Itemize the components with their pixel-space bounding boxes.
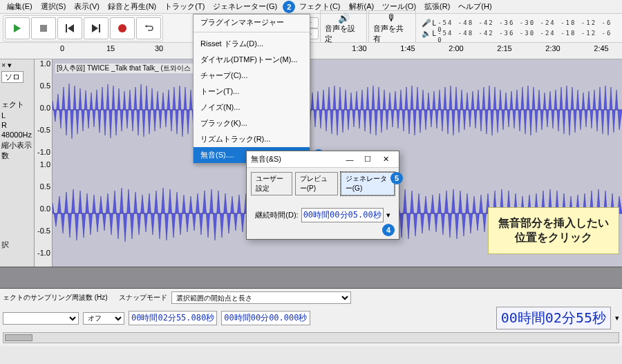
time-ruler[interactable]: 0 15 30 1:30 1:45 2:00 2:15 2:30 2:45 — [0, 43, 622, 59]
menu-dtmf[interactable]: ダイヤル(DTMF)トーン(M)... — [194, 52, 310, 68]
channel-l: L — [1, 111, 32, 119]
snap-label: スナップモード — [119, 293, 167, 303]
generator-popup-menu: プラグインマネージャー Risset ドラム(D)... ダイヤル(DTMF)ト… — [193, 14, 310, 164]
menu-tone[interactable]: トーン(T)... — [194, 84, 310, 99]
scrollbar-thumb[interactable] — [5, 334, 32, 341]
track-gap — [0, 267, 622, 289]
ruler-tick: 0 — [60, 44, 64, 52]
selection-start[interactable]: 00時間02分55.080秒 — [129, 311, 217, 325]
menu-pluck[interactable]: ブラック(K)... — [194, 115, 310, 131]
select-label: 択 — [1, 240, 32, 250]
clip-title[interactable]: [9人추回] TWICE _Talk that Talk_ (트와이스 S) — [55, 64, 201, 73]
close-button[interactable]: ✕ — [377, 153, 395, 166]
track-option: 縮小表示数 — [1, 140, 32, 161]
duration-input[interactable]: 00時間00分05.00秒 — [301, 208, 384, 222]
maximize-button[interactable]: ☐ — [359, 153, 377, 166]
sample-rate: 48000Hz — [1, 131, 32, 139]
preset-button[interactable]: ユーザー設定 — [251, 172, 292, 195]
menu-help[interactable]: ヘルプ(H) — [454, 0, 496, 13]
menu-risset-drum[interactable]: Risset ドラム(D)... — [194, 36, 310, 52]
menu-extra[interactable]: 拡張(R) — [420, 0, 454, 13]
menu-generate[interactable]: ジェネレーター(G) — [209, 0, 281, 13]
duration-label: 継続時間(D): — [255, 210, 298, 220]
menu-plugin-manager[interactable]: プラグインマネージャー — [194, 15, 310, 30]
vaxis-tick: 0.0 — [36, 204, 50, 213]
skip-start-button[interactable] — [57, 17, 82, 39]
skip-end-button[interactable] — [84, 17, 109, 39]
waveform-left — [53, 59, 622, 160]
selection-length[interactable]: 00時間00分00.000秒 — [221, 311, 310, 325]
snap-select[interactable]: オフ — [83, 312, 124, 325]
ruler-tick: 2:45 — [594, 44, 608, 52]
vertical-axis: 1.0 0.5 0.0 -0.5 -1.0 1.0 0.5 0.0 -0.5 -… — [35, 59, 53, 267]
step-badge-4: 4 — [382, 224, 395, 236]
vaxis-tick: -1.0 — [36, 249, 50, 257]
record-meter[interactable]: -54 -48 -42 -36 -30 -24 -18 -12 -6 0 — [437, 19, 619, 26]
audio-settings-button[interactable]: 🔊 音声を設定 — [320, 10, 367, 46]
vaxis-tick: 0.5 — [36, 182, 50, 191]
menu-select[interactable]: 選択(S) — [37, 0, 70, 13]
svg-rect-1 — [40, 25, 47, 32]
menu-transport[interactable]: 録音と再生(N) — [104, 0, 160, 13]
svg-marker-3 — [68, 24, 74, 32]
menu-rhythm[interactable]: リズムトラック(R)... — [194, 131, 310, 147]
play-meter-left-label: L — [433, 30, 437, 37]
dialog-title: 無音(&S) — [251, 154, 341, 164]
svg-rect-5 — [99, 24, 100, 32]
speaker-small-icon: 🔈 — [422, 29, 431, 38]
ruler-tick: 2:00 — [449, 44, 463, 52]
menu-tracks[interactable]: トラック(T) — [160, 0, 209, 13]
audio-position[interactable]: 00時間02分55秒 — [496, 307, 611, 329]
selection-range-select[interactable]: 選択範囲の開始点と長さ — [171, 291, 351, 304]
transport-toolbar: + − 🔊 音声を設定 🎙 音声を共有 🎤 L -54 -48 -42 -36 … — [0, 14, 622, 43]
svg-marker-4 — [92, 24, 98, 32]
menu-noise[interactable]: ノイズ(N)... — [194, 99, 310, 115]
ruler-tick: 1:45 — [400, 44, 415, 52]
loop-button[interactable] — [136, 17, 161, 39]
mic-icon: 🎤 — [422, 19, 431, 28]
project-rate-select[interactable] — [3, 312, 79, 325]
ruler-tick: 2:30 — [545, 44, 560, 52]
svg-rect-2 — [66, 24, 67, 32]
ruler-tick: 15 — [106, 44, 115, 52]
generator-button[interactable]: ジェネレーター(G) — [341, 172, 395, 195]
vaxis-tick: -1.0 — [36, 148, 50, 156]
silence-dialog: 無音(&S) — ☐ ✕ ユーザー設定 プレビュー(P) ジェネレーター(G) … — [246, 151, 399, 240]
vaxis-tick: 0.0 — [36, 104, 50, 112]
stop-button[interactable] — [31, 17, 56, 39]
project-rate-label: ェクトのサンプリング周波数 (Hz) — [3, 293, 108, 303]
vaxis-tick: 1.0 — [36, 160, 50, 169]
effect-label: ェクト — [1, 99, 32, 110]
rec-meter-left-label: L — [433, 19, 437, 27]
vaxis-tick: 0.5 — [36, 82, 50, 90]
annotation-note: 無音部分を挿入したい位置をクリック — [488, 207, 619, 254]
speaker-icon: 🔊 — [338, 12, 350, 23]
channel-r: R — [1, 121, 32, 129]
playback-meter[interactable]: -54 -48 -42 -36 -30 -24 -18 -12 -6 0 — [437, 30, 619, 37]
audio-share-button[interactable]: 🎙 音声を共有 — [368, 10, 415, 46]
step-badge-5: 5 — [390, 172, 403, 184]
ruler-tick: 30 — [155, 44, 163, 52]
vaxis-tick: -0.5 — [36, 227, 50, 235]
selection-toolbar: ェクトのサンプリング周波数 (Hz) スナップモード 選択範囲の開始点と長さ オ… — [0, 289, 622, 346]
menu-edit[interactable]: 編集(E) — [3, 0, 37, 13]
horizontal-scrollbar[interactable] — [3, 332, 619, 343]
minimize-button[interactable]: — — [341, 153, 359, 166]
menu-chirp[interactable]: チャープ(C)... — [194, 68, 310, 84]
record-button[interactable] — [110, 17, 135, 39]
solo-button[interactable]: ソロ — [1, 71, 23, 83]
svg-marker-0 — [14, 24, 21, 32]
audio-settings-label: 音声を設定 — [325, 23, 362, 44]
vaxis-tick: -0.5 — [36, 126, 50, 134]
tcp-row: × ▾ — [1, 61, 32, 70]
ruler-tick: 2:15 — [497, 44, 511, 52]
menu-view[interactable]: 表示(V) — [70, 0, 104, 13]
vaxis-tick: 1.0 — [36, 59, 50, 68]
step-badge-2: 2 — [283, 1, 295, 13]
menu-bar: 編集(E) 選択(S) 表示(V) 録音と再生(N) トラック(T) ジェネレー… — [0, 0, 622, 14]
preview-button[interactable]: プレビュー(P) — [295, 172, 338, 195]
play-button[interactable] — [5, 17, 30, 39]
ruler-tick: 1:30 — [352, 44, 366, 52]
track-control-panel[interactable]: × ▾ ソロ ェクト L R 48000Hz 縮小表示数 択 — [0, 59, 35, 267]
audio-share-label: 音声を共有 — [373, 23, 411, 44]
